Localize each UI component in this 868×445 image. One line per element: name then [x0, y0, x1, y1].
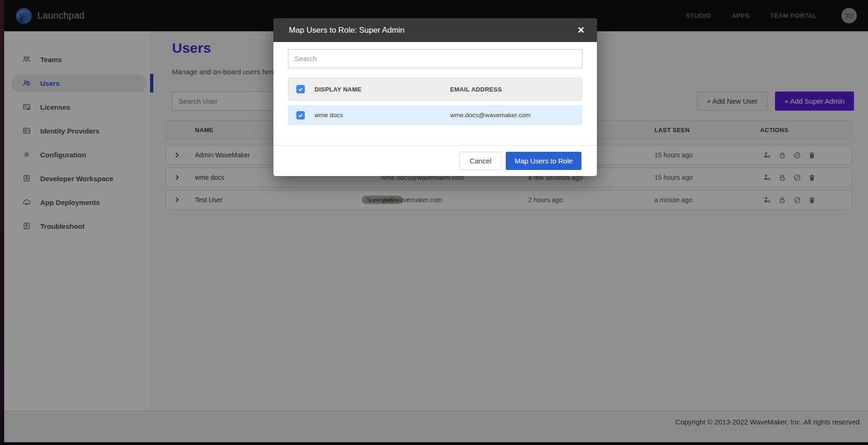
column-header-display-name: DISPLAY NAME: [315, 86, 450, 93]
modal-user-row[interactable]: wme docs wme.docs@wavemaker.com: [288, 105, 582, 125]
row-checkbox[interactable]: [296, 111, 305, 120]
map-users-to-role-modal: Map Users to Role: Super Admin ✕ DISPLAY…: [273, 18, 597, 176]
modal-header: Map Users to Role: Super Admin ✕: [273, 18, 597, 42]
select-all-checkbox[interactable]: [296, 85, 305, 93]
modal-title: Map Users to Role: Super Admin: [289, 26, 405, 35]
modal-table-header: DISPLAY NAME EMAIL ADDRESS: [288, 78, 582, 101]
cancel-button[interactable]: Cancel: [459, 152, 502, 170]
modal-search-input[interactable]: [288, 49, 582, 68]
close-icon[interactable]: ✕: [577, 26, 585, 35]
modal-user-display-name: wme docs: [315, 112, 450, 119]
column-header-email-address: EMAIL ADDRESS: [450, 86, 502, 93]
map-users-to-role-button[interactable]: Map Users to Role: [506, 152, 581, 170]
modal-body: DISPLAY NAME EMAIL ADDRESS wme docs wme.…: [273, 42, 597, 125]
modal-user-email: wme.docs@wavemaker.com: [450, 112, 531, 119]
modal-footer: Cancel Map Users to Role: [273, 145, 597, 176]
